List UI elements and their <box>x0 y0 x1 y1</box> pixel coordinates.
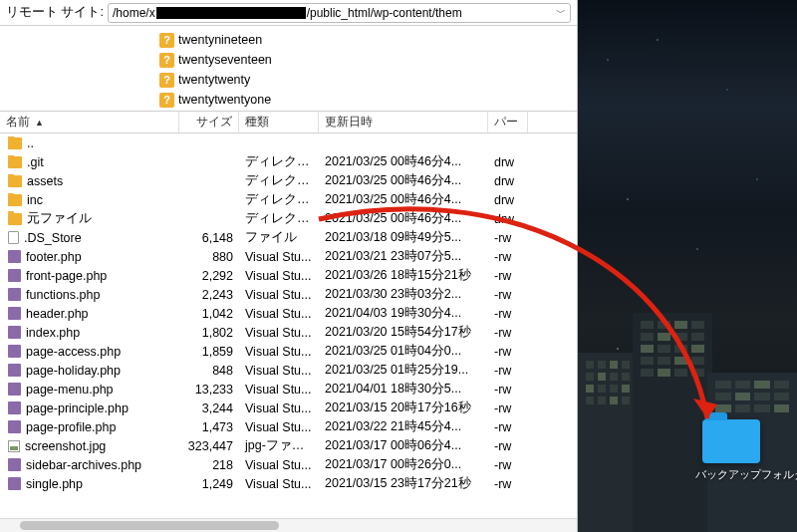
file-size: 880 <box>179 250 239 264</box>
file-type: ディレクトリ <box>239 191 319 208</box>
file-row[interactable]: page-principle.php3,244Visual Stu...2021… <box>0 399 577 417</box>
jpg-icon <box>8 440 20 452</box>
file-name: page-profile.php <box>26 420 116 434</box>
file-row[interactable]: page-access.php1,859Visual Stu...2021/03… <box>0 342 577 361</box>
file-type: Visual Stu... <box>239 477 319 491</box>
file-type: jpg-ファイ... <box>239 437 319 454</box>
file-date: 2021/03/22 21時45分4... <box>319 418 488 435</box>
file-list[interactable]: ...gitディレクトリ2021/03/25 00時46分4...drwasse… <box>0 133 577 510</box>
file-type: Visual Stu... <box>239 307 319 321</box>
file-perm: -rw <box>488 364 528 378</box>
file-date: 2021/03/17 00時26分0... <box>319 456 488 473</box>
file-type: Visual Stu... <box>239 383 319 397</box>
file-date: 2021/04/03 19時30分4... <box>319 305 488 322</box>
file-perm: drw <box>488 155 528 169</box>
file-name: page-access.php <box>26 345 121 359</box>
file-date: 2021/03/25 00時46分4... <box>319 172 488 189</box>
redacted-segment <box>156 7 306 19</box>
tree-item[interactable]: ?twentytwentyone <box>159 90 577 110</box>
file-row[interactable]: footer.php880Visual Stu...2021/03/21 23時… <box>0 247 577 266</box>
file-name: .git <box>27 155 44 169</box>
file-row[interactable]: .gitディレクトリ2021/03/25 00時46分4...drw <box>0 152 577 171</box>
file-type: Visual Stu... <box>239 269 319 283</box>
tree-item[interactable]: ?twentynineteen <box>159 30 577 50</box>
file-date: 2021/03/25 00時46分4... <box>319 191 488 208</box>
php-icon <box>8 288 21 301</box>
file-row[interactable]: assetsディレクトリ2021/03/25 00時46分4...drw <box>0 171 577 190</box>
file-row[interactable]: functions.php2,243Visual Stu...2021/03/3… <box>0 285 577 304</box>
file-date: 2021/03/17 00時06分4... <box>319 437 488 454</box>
file-type: Visual Stu... <box>239 326 319 340</box>
file-row[interactable]: incディレクトリ2021/03/25 00時46分4...drw <box>0 190 577 209</box>
file-perm: -rw <box>488 439 528 453</box>
file-perm: -rw <box>488 250 528 264</box>
file-perm: drw <box>488 174 528 188</box>
col-header-name[interactable]: 名前▲ <box>0 112 179 133</box>
file-perm: drw <box>488 193 528 207</box>
remote-tree[interactable]: ?twentynineteen ?twentyseventeen ?twenty… <box>0 26 577 112</box>
file-perm: -rw <box>488 269 528 283</box>
file-size: 1,249 <box>179 477 239 491</box>
file-name: page-principle.php <box>26 401 129 415</box>
php-icon <box>8 458 21 471</box>
file-row[interactable]: .. <box>0 133 577 152</box>
file-row[interactable]: .DS_Store6,148ファイル2021/03/18 09時49分5...-… <box>0 228 577 247</box>
php-icon <box>8 269 21 282</box>
php-icon <box>8 307 21 320</box>
file-perm: -rw <box>488 383 528 397</box>
file-row[interactable]: front-page.php2,292Visual Stu...2021/03/… <box>0 266 577 285</box>
file-type: Visual Stu... <box>239 401 319 415</box>
file-row[interactable]: page-menu.php13,233Visual Stu...2021/04/… <box>0 380 577 399</box>
file-date: 2021/03/25 00時46分4... <box>319 210 488 227</box>
file-perm: -rw <box>488 477 528 491</box>
file-type: ディレクトリ <box>239 172 319 189</box>
sort-asc-icon: ▲ <box>35 118 44 128</box>
file-name: footer.php <box>26 250 82 264</box>
remote-path-input[interactable]: /home/x /public_html/wp-content/them ﹀ <box>108 3 571 23</box>
file-type: Visual Stu... <box>239 458 319 472</box>
file-size: 13,233 <box>179 383 239 397</box>
file-size: 1,042 <box>179 307 239 321</box>
col-header-size[interactable]: サイズ <box>179 112 239 133</box>
file-name: page-holiday.php <box>26 364 121 378</box>
file-row[interactable]: index.php1,802Visual Stu...2021/03/20 15… <box>0 323 577 342</box>
file-name: inc <box>27 193 43 207</box>
file-row[interactable]: page-profile.php1,473Visual Stu...2021/0… <box>0 417 577 436</box>
file-perm: -rw <box>488 420 528 434</box>
file-row[interactable]: 元ファイルディレクトリ2021/03/25 00時46分4...drw <box>0 209 577 228</box>
file-date: 2021/03/25 00時46分4... <box>319 153 488 170</box>
file-date: 2021/03/25 01時25分19... <box>319 362 488 379</box>
file-name: screenshot.jpg <box>25 439 106 453</box>
file-date: 2021/03/20 15時54分17秒 <box>319 324 488 341</box>
file-size: 323,447 <box>179 439 239 453</box>
tree-item[interactable]: ?twentyseventeen <box>159 50 577 70</box>
file-name: .. <box>27 136 34 150</box>
remote-path-row: リモート サイト: /home/x /public_html/wp-conten… <box>0 0 577 26</box>
col-header-perm[interactable]: パー <box>488 112 528 133</box>
col-header-type[interactable]: 種類 <box>239 112 319 133</box>
file-row[interactable]: sidebar-archives.php218Visual Stu...2021… <box>0 455 577 474</box>
file-name: .DS_Store <box>24 231 82 245</box>
file-type: ディレクトリ <box>239 153 319 170</box>
file-perm: -rw <box>488 458 528 472</box>
folder-icon <box>8 137 22 149</box>
file-row[interactable]: screenshot.jpg323,447jpg-ファイ...2021/03/1… <box>0 436 577 455</box>
tree-item[interactable]: ?twentytwenty <box>159 70 577 90</box>
file-list-header: 名前▲ サイズ 種類 更新日時 パー <box>0 112 577 133</box>
file-date: 2021/03/26 18時15分21秒 <box>319 267 488 284</box>
php-icon <box>8 401 21 414</box>
horizontal-scrollbar[interactable] <box>0 518 577 532</box>
file-name: header.php <box>26 307 89 321</box>
chevron-down-icon[interactable]: ﹀ <box>552 6 566 20</box>
file-size: 218 <box>179 458 239 472</box>
file-row[interactable]: header.php1,042Visual Stu...2021/04/03 1… <box>0 304 577 323</box>
col-header-date[interactable]: 更新日時 <box>319 112 488 133</box>
file-name: assets <box>27 174 63 188</box>
scrollbar-thumb[interactable] <box>20 521 279 530</box>
file-name: index.php <box>26 326 80 340</box>
file-size: 3,244 <box>179 401 239 415</box>
file-row[interactable]: page-holiday.php848Visual Stu...2021/03/… <box>0 361 577 380</box>
file-row[interactable]: single.php1,249Visual Stu...2021/03/15 2… <box>0 474 577 493</box>
file-perm: -rw <box>488 326 528 340</box>
desktop-folder-backup[interactable]: バックアップフォルダ <box>695 419 767 482</box>
